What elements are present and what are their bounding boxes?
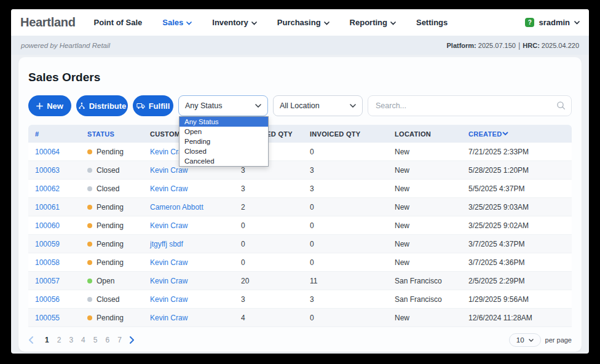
created-value: 5/5/2025 4:37PM [468,184,572,193]
hrc-value: 2025.04.220 [542,42,579,49]
invoiced-qty-value: 11 [310,277,395,285]
created-value: 3/7/2025 4:36PM [468,258,572,267]
per-page-select[interactable]: 10 [509,333,541,347]
page-number[interactable]: 7 [117,336,122,344]
location-value: New [395,184,468,193]
status-option[interactable]: Canceled [180,156,268,166]
page-number[interactable]: 4 [81,336,85,344]
orders-table-body: 100064PendingKevin Craw0New7/21/2025 2:3… [28,143,572,327]
invoiced-qty-value: 3 [310,166,395,175]
plus-icon [36,103,43,109]
customer-link[interactable]: Kevin Craw [150,221,188,230]
invoiced-qty-value: 0 [310,148,395,156]
sub-header: powered by Heartland Retail Platform: 20… [11,36,589,55]
page-number[interactable]: 1 [45,336,49,344]
location-value: New [395,166,468,175]
status-label: Pending [97,221,124,230]
status-option[interactable]: Pending [180,136,268,146]
nav-reporting[interactable]: Reporting [350,18,396,27]
help-icon[interactable]: ? [525,18,534,27]
created-value: 7/21/2025 2:33PM [468,148,572,156]
status-dot [87,315,92,320]
location-value: San Francisco [395,295,468,304]
status-dot [87,279,92,283]
version-separator: | [518,41,520,50]
page-number[interactable]: 6 [105,336,109,344]
status-dot [87,242,92,247]
user-menu[interactable]: ? sradmin [525,18,580,27]
status-label: Pending [97,314,124,322]
invoiced-qty-value: 3 [310,295,395,304]
order-number-link[interactable]: 100063 [35,166,60,175]
search-input[interactable] [368,95,572,116]
location-value: New [395,240,468,248]
per-page-control: 10 per page [509,333,572,347]
status-filter-select[interactable]: Any Status Any StatusOpenPendingClosedCa… [178,95,268,116]
ordered-qty-value: 3 [241,295,310,304]
order-number-link[interactable]: 100055 [35,314,60,322]
next-page-icon[interactable] [129,336,135,344]
distribute-button[interactable]: Distribute [76,95,128,116]
order-number-link[interactable]: 100056 [35,295,60,304]
order-number-link[interactable]: 100064 [35,148,60,156]
customer-link[interactable]: Kevin Craw [150,314,188,322]
status-option[interactable]: Any Status [180,117,268,127]
location-filter-select[interactable]: All Location [273,95,363,116]
customer-link[interactable]: Kevin Craw [150,166,188,175]
order-number-link[interactable]: 100058 [35,258,60,267]
nav-menu: Point of Sale Sales Inventory Purchasing… [94,18,448,27]
column-header-created[interactable]: CREATED [468,130,572,138]
page-numbers: 1234567 [45,336,122,344]
order-number-link[interactable]: 100057 [35,277,60,285]
status-label: Closed [97,295,119,304]
column-header-location[interactable]: LOCATION [395,130,468,138]
per-page-value: 10 [516,336,524,344]
customer-link[interactable]: Kevin Craw [150,258,188,267]
sales-orders-card: Sales Orders New Distribute Fulfill Any [18,57,582,352]
nav-sales[interactable]: Sales [162,18,192,27]
order-number-link[interactable]: 100061 [35,203,60,212]
page-body: Sales Orders New Distribute Fulfill Any [11,55,589,354]
nav-purchasing[interactable]: Purchasing [277,18,330,27]
column-header-number[interactable]: # [35,130,87,138]
order-number-link[interactable]: 100059 [35,240,60,248]
page-number[interactable]: 3 [69,336,73,344]
invoiced-qty-value: 0 [310,221,395,230]
status-option[interactable]: Open [180,127,268,136]
order-number-link[interactable]: 100062 [35,184,60,193]
chevron-down-icon [574,21,580,25]
status-label: Closed [97,184,119,193]
order-number-link[interactable]: 100060 [35,221,60,230]
table-row: 100061PendingCameron Abbott20New3/25/202… [28,198,572,216]
page-number[interactable]: 2 [57,336,61,344]
created-value: 3/25/2025 9:03AM [468,203,572,212]
invoiced-qty-value: 3 [310,184,395,193]
fulfill-button[interactable]: Fulfill [133,95,173,116]
customer-link[interactable]: Kevin Craw [150,277,188,285]
column-header-status[interactable]: STATUS [87,130,150,138]
nav-inventory[interactable]: Inventory [212,18,257,27]
location-value: New [395,221,468,230]
column-header-invoiced-qty[interactable]: INVOICED QTY [310,130,395,138]
platform-label: Platform: [446,42,476,49]
nav-settings[interactable]: Settings [416,18,448,27]
table-row: 100063ClosedKevin Craw33New5/28/2025 1:2… [28,161,572,180]
customer-link[interactable]: jtgyffj sbdf [150,240,183,248]
customer-link[interactable]: Kevin Craw [150,295,188,304]
created-value: 3/25/2025 9:02AM [468,221,572,230]
created-value: 12/6/2024 11:28AM [468,314,572,322]
previous-page-icon[interactable] [28,336,34,344]
truck-icon [136,103,145,109]
sort-descending-icon [502,132,508,136]
customer-link[interactable]: Cameron Abbott [150,203,203,212]
ordered-qty-value: 0 [241,258,310,267]
new-button[interactable]: New [28,95,71,116]
nav-point-of-sale[interactable]: Point of Sale [94,18,143,27]
chevron-down-icon [529,339,534,342]
page-number[interactable]: 5 [93,336,98,344]
status-label: Pending [97,240,124,248]
customer-link[interactable]: Kevin Craw [150,184,188,193]
table-header-row: # STATUS CUSTOMER ORDERED QTY INVOICED Q… [28,125,572,143]
status-option[interactable]: Closed [180,146,268,156]
status-dot [87,223,92,228]
